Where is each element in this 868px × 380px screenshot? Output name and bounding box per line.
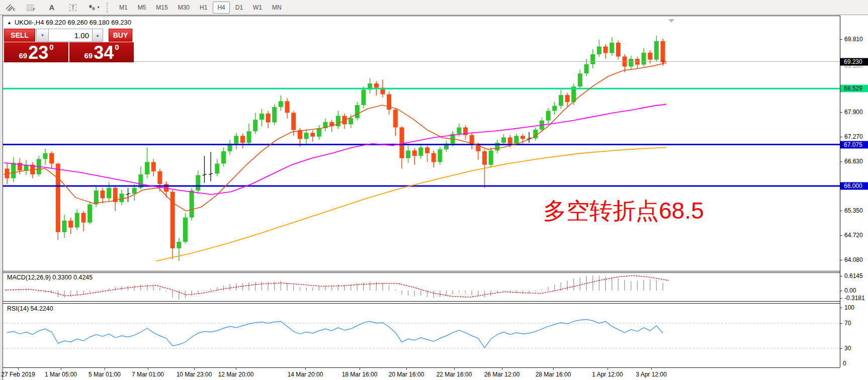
timeframe-m30-button[interactable]: M30: [173, 2, 194, 14]
candle-body: [412, 150, 417, 156]
candle-body: [145, 162, 149, 174]
candle-body: [514, 136, 518, 143]
time-tick-label: 28 Mar 16:00: [536, 371, 571, 378]
candle-body: [559, 95, 563, 106]
axis-tick-label: 0.6145: [844, 272, 863, 279]
axis-tick-mark: [840, 291, 842, 291]
time-tick-mark: [18, 368, 19, 370]
timeframe-m5-button[interactable]: M5: [133, 2, 151, 14]
rsi-line: [7, 320, 663, 348]
timeframe-m1-button[interactable]: M1: [115, 2, 132, 14]
chart-canvas[interactable]: [3, 16, 840, 367]
macd-signal-line: [5, 275, 669, 297]
candle-body: [253, 120, 257, 131]
buy-price-big: 34: [94, 45, 114, 61]
buy-price-tile[interactable]: 69 34 0: [69, 42, 134, 62]
time-tick-label: 5 Mar 01:00: [89, 371, 121, 378]
candle-body: [425, 147, 429, 153]
candle-body: [590, 54, 595, 64]
time-tick-label: 20 Mar 16:00: [389, 371, 424, 378]
candle-body: [304, 133, 309, 139]
toolbar-drag-handle[interactable]: [107, 3, 110, 13]
axis-tick-mark: [840, 260, 842, 260]
candle-body: [234, 136, 238, 143]
rsi-zero-label: 0: [843, 360, 846, 367]
candle-body: [374, 83, 379, 87]
timeframe-w1-button[interactable]: W1: [248, 2, 267, 14]
sell-price-tile[interactable]: 69 23 0: [4, 42, 68, 62]
candle-body: [546, 111, 551, 121]
axis-tick-label: 65.350: [844, 207, 863, 214]
timeframe-m15-button[interactable]: M15: [151, 2, 172, 14]
axis-tick-mark: [840, 276, 842, 276]
toolbar: E F A T ▾ M1 M5 M15 M30 H1 H4 D1 W1 MN: [0, 0, 868, 15]
time-tick-label: 10 Mar 23:00: [177, 371, 212, 378]
candle-body: [221, 151, 226, 164]
candle-body: [597, 47, 601, 54]
chevron-down-icon: ▼: [41, 33, 45, 38]
candle-body: [291, 113, 296, 130]
chevron-up-icon: ▲: [96, 33, 100, 38]
text-tool-icon[interactable]: A: [45, 2, 58, 14]
time-tick-mark: [651, 368, 652, 370]
macd-indicator-label: MACD(12,26,9) 0.3300 0.4245: [7, 274, 93, 281]
candle-body: [11, 163, 16, 178]
timeframe-h4-button[interactable]: H4: [213, 2, 229, 14]
axis-tick-label: -0.3181: [844, 295, 865, 302]
candle-body: [457, 127, 461, 134]
candle-body: [648, 53, 652, 60]
price-badge: 67.075: [840, 141, 868, 149]
arrows-tool-icon[interactable]: ▾: [88, 2, 101, 14]
volume-increase-button[interactable]: ▲: [92, 29, 103, 42]
volume-decrease-button[interactable]: ▼: [36, 29, 49, 42]
candle-body: [177, 242, 181, 248]
sell-button[interactable]: SELL: [4, 29, 35, 42]
candle-body: [361, 89, 366, 105]
candle-body: [107, 188, 111, 199]
chart-text-annotation[interactable]: 多空转折点68.5: [543, 196, 704, 227]
axis-tick-mark: [840, 298, 842, 299]
candle-body: [75, 213, 79, 228]
time-tick-mark: [305, 368, 306, 370]
candle-body: [355, 105, 360, 118]
collapse-panel-icon[interactable]: ▲: [7, 20, 12, 25]
time-tick-mark: [194, 368, 195, 370]
equidistant-channel-tool-icon[interactable]: E: [4, 2, 17, 14]
timeframe-mn-button[interactable]: MN: [268, 2, 286, 14]
axis-tick-mark: [840, 137, 842, 137]
chart-title: ▲ UKOil-,H4 69.220 69.260 69.180 69.230: [7, 19, 131, 26]
time-tick-label: 12 Mar 20:00: [218, 371, 254, 378]
one-click-trading-panel: SELL ▼ 1.00 ▲ BUY 69 23 0 69 34: [4, 29, 134, 62]
axis-tick-label: 64.080: [844, 256, 863, 263]
time-tick-label: 1 Mar 05:00: [45, 371, 77, 378]
time-axis[interactable]: 27 Feb 20191 Mar 05:005 Mar 01:007 Mar 0…: [3, 368, 840, 380]
candle-body: [317, 128, 321, 137]
axis-tick-mark: [840, 348, 842, 349]
axis-tick-label: 100: [844, 304, 854, 311]
timeframe-d1-button[interactable]: D1: [231, 2, 247, 14]
time-tick-mark: [553, 368, 554, 370]
timeframe-h1-button[interactable]: H1: [195, 2, 212, 14]
candle-body: [183, 218, 188, 242]
fibonacci-tool-icon[interactable]: F: [24, 2, 37, 14]
volume-input[interactable]: 1.00: [49, 29, 92, 42]
chart-shift-icon: [668, 19, 674, 23]
candle-body: [247, 131, 251, 143]
candle-body: [654, 41, 659, 60]
label-tool-icon[interactable]: T: [66, 2, 79, 14]
candle-body: [610, 43, 614, 53]
candle-body: [399, 127, 404, 158]
time-tick-label: 22 Mar 16:00: [437, 371, 472, 378]
candle-body: [565, 95, 570, 102]
chevron-down-icon[interactable]: ▾: [97, 5, 99, 10]
axis-tick-mark: [840, 235, 842, 236]
symbol-ohlc-text: UKOil-,H4 69.220 69.260 69.180 69.230: [15, 19, 131, 26]
price-axis[interactable]: 69.81069.18069.23068.52967.90067.27067.0…: [840, 16, 868, 367]
price-badge: 66.000: [840, 182, 868, 190]
tool-glyph: T: [69, 4, 77, 11]
buy-price-sup: 0: [115, 43, 119, 51]
candle-body: [418, 147, 423, 156]
ma_fast-line: [4, 63, 666, 211]
candle-body: [56, 163, 60, 232]
buy-button[interactable]: BUY: [109, 29, 132, 42]
